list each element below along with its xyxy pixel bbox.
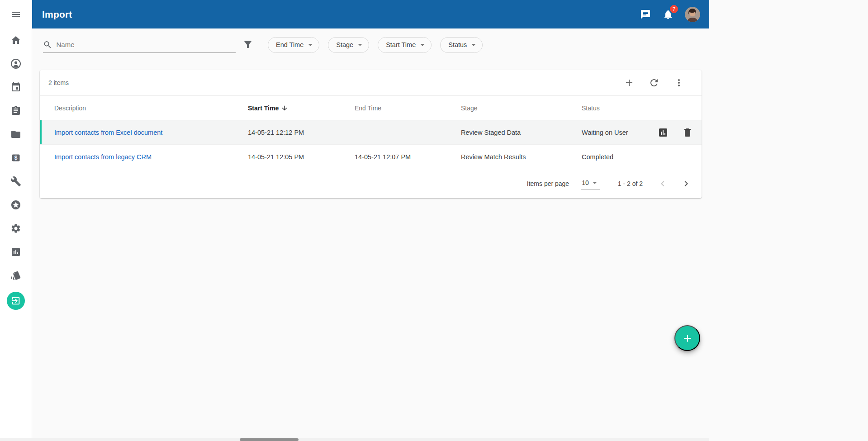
- contacts-icon: [10, 58, 21, 69]
- cell-start-time: 14-05-21 12:12 PM: [248, 129, 355, 136]
- sidebar-item-home[interactable]: [0, 28, 32, 52]
- top-app-bar: Import 7: [32, 0, 709, 28]
- sidebar-item-settings[interactable]: [0, 217, 32, 240]
- sidebar-item-tools[interactable]: [0, 170, 32, 193]
- sidebar-item-deals[interactable]: [0, 264, 32, 287]
- sort-descending-arrow-icon: [281, 104, 288, 112]
- plus-icon: [682, 332, 693, 344]
- sidebar-item-calendar[interactable]: [0, 76, 32, 99]
- column-header-end-time[interactable]: End Time: [355, 104, 461, 112]
- chip-label: Stage: [336, 41, 353, 48]
- cell-start-time: 14-05-21 12:05 PM: [248, 153, 355, 161]
- app-window: $ Import 7: [0, 0, 709, 441]
- calendar-icon: [10, 82, 21, 93]
- chat-icon: [640, 9, 651, 20]
- delete-icon[interactable]: [682, 127, 693, 138]
- svg-text:$: $: [14, 155, 18, 161]
- chevron-down-icon: [469, 40, 479, 50]
- chevron-down-icon: [417, 40, 427, 50]
- card-toolbar-actions: [624, 77, 693, 88]
- menu-icon: [10, 9, 21, 20]
- chip-label: Start Time: [386, 41, 416, 48]
- deals-icon: [10, 270, 21, 281]
- favorites-star-icon: [10, 199, 21, 210]
- sidebar: $: [0, 0, 32, 441]
- sidebar-item-documents[interactable]: [0, 123, 32, 146]
- paginator: Items per page 10 1 - 2 of 2: [40, 169, 702, 198]
- filter-chips: End Time Stage Start Time Status: [268, 37, 483, 53]
- filter-button[interactable]: [242, 39, 254, 51]
- items-per-page-label: Items per page: [527, 180, 569, 187]
- cell-status: Waiting on User: [582, 129, 655, 136]
- search-input[interactable]: [56, 41, 236, 48]
- chat-button[interactable]: [640, 9, 651, 20]
- home-icon: [10, 35, 21, 46]
- column-header-label: Start Time: [248, 104, 279, 112]
- refresh-icon[interactable]: [649, 77, 659, 88]
- search-icon: [43, 40, 52, 50]
- next-page-chevron-icon[interactable]: [681, 178, 692, 189]
- cell-stage: Review Match Results: [461, 153, 582, 161]
- row-actions: [655, 127, 702, 138]
- table-row[interactable]: Import contacts from Excel document 14-0…: [40, 120, 702, 145]
- column-header-description[interactable]: Description: [54, 104, 248, 112]
- cell-stage: Review Staged Data: [461, 129, 582, 136]
- filter-chip-status[interactable]: Status: [440, 37, 483, 53]
- table-row[interactable]: Import contacts from legacy CRM 14-05-21…: [40, 145, 702, 169]
- page-title: Import: [42, 9, 72, 20]
- chevron-down-icon: [355, 40, 365, 50]
- previous-page-chevron-icon[interactable]: [657, 178, 668, 189]
- sidebar-item-import-active[interactable]: [0, 287, 32, 314]
- filter-chip-start-time[interactable]: Start Time: [378, 37, 432, 53]
- cell-status: Completed: [582, 153, 655, 161]
- documents-icon: [10, 129, 21, 140]
- column-header-stage[interactable]: Stage: [461, 104, 582, 112]
- import-active-circle: [7, 292, 25, 310]
- column-header-start-time[interactable]: Start Time: [248, 104, 355, 112]
- sidebar-item-reports[interactable]: [0, 240, 32, 264]
- import-description-link[interactable]: Import contacts from legacy CRM: [54, 153, 152, 161]
- tools-wrench-icon: [10, 176, 21, 187]
- search-field: [43, 37, 236, 53]
- sidebar-item-activities[interactable]: [0, 99, 32, 123]
- card-toolbar: 2 items: [40, 70, 702, 95]
- page-size-select[interactable]: 10: [581, 178, 600, 190]
- hamburger-menu-button[interactable]: [0, 0, 32, 28]
- add-icon[interactable]: [624, 77, 635, 88]
- notification-badge: 7: [670, 5, 678, 13]
- horizontal-scrollbar-thumb[interactable]: [240, 438, 299, 441]
- chevron-down-icon: [305, 40, 315, 50]
- chip-label: End Time: [276, 41, 304, 48]
- topbar-actions: 7: [640, 7, 700, 22]
- cell-end-time: 14-05-21 12:07 PM: [355, 153, 461, 161]
- chip-label: Status: [448, 41, 467, 48]
- chevron-down-icon: [590, 178, 600, 188]
- more-vertical-icon[interactable]: [674, 77, 684, 88]
- filter-bar: End Time Stage Start Time Status: [32, 28, 709, 61]
- horizontal-scrollbar[interactable]: [0, 438, 709, 441]
- import-description-link[interactable]: Import contacts from Excel document: [54, 129, 162, 136]
- column-header-status[interactable]: Status: [582, 104, 655, 112]
- reports-chart-icon: [10, 247, 21, 257]
- page-size-value: 10: [582, 179, 589, 186]
- payments-icon: $: [10, 152, 21, 163]
- settings-gear-icon: [10, 223, 21, 234]
- table-header-row: Description Start Time End Time Stage St…: [40, 95, 702, 120]
- items-count: 2 items: [48, 79, 69, 86]
- filter-funnel-icon: [242, 39, 253, 50]
- filter-chip-stage[interactable]: Stage: [328, 37, 369, 53]
- chart-icon[interactable]: [658, 127, 669, 138]
- notifications-button[interactable]: 7: [662, 9, 674, 20]
- page-range-label: 1 - 2 of 2: [618, 180, 643, 187]
- sidebar-item-contacts[interactable]: [0, 52, 32, 76]
- new-import-fab-button[interactable]: [674, 325, 700, 351]
- import-icon: [11, 296, 21, 306]
- activities-icon: [10, 105, 21, 116]
- imports-card: 2 items Description Start Time End Time …: [40, 70, 702, 198]
- avatar-image: [685, 7, 700, 22]
- sidebar-item-favorites[interactable]: [0, 193, 32, 217]
- user-avatar[interactable]: [685, 7, 700, 22]
- sidebar-item-payments[interactable]: $: [0, 146, 32, 170]
- filter-chip-end-time[interactable]: End Time: [268, 37, 319, 53]
